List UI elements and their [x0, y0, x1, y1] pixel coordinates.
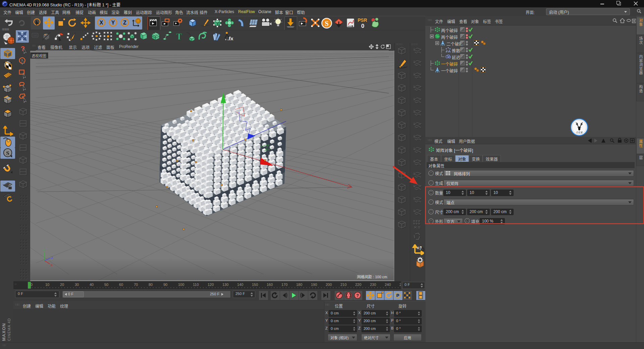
svg-text:50: 50 — [104, 283, 108, 287]
svg-text:40: 40 — [90, 283, 94, 287]
svg-text:110: 110 — [193, 283, 199, 287]
svg-text:120: 120 — [208, 283, 214, 287]
svg-text:180: 180 — [296, 283, 302, 287]
svg-text:X: X — [100, 20, 103, 26]
svg-text:70: 70 — [134, 283, 138, 287]
svg-text:170: 170 — [281, 283, 287, 287]
svg-text:240: 240 — [385, 283, 391, 287]
svg-text:10: 10 — [45, 283, 49, 287]
svg-text:100: 100 — [178, 283, 184, 287]
svg-text:90: 90 — [163, 283, 167, 287]
svg-text:20: 20 — [60, 283, 64, 287]
svg-text:190: 190 — [311, 283, 317, 287]
svg-text:30: 30 — [75, 283, 79, 287]
svg-text:200: 200 — [326, 283, 332, 287]
svg-text:150: 150 — [252, 283, 258, 287]
svg-text:PSR: PSR — [358, 17, 367, 23]
svg-text:T: T — [176, 32, 182, 42]
svg-text:60: 60 — [119, 283, 123, 287]
svg-text:160: 160 — [267, 283, 273, 287]
svg-text:210: 210 — [340, 283, 346, 287]
svg-text:130: 130 — [222, 283, 228, 287]
svg-text:140: 140 — [237, 283, 243, 287]
svg-text:Y: Y — [111, 20, 115, 26]
svg-text:100: 100 — [33, 34, 37, 37]
svg-text:220: 220 — [355, 283, 361, 287]
svg-text:S: S — [325, 20, 328, 27]
svg-text:.fx: .fx — [227, 36, 233, 41]
svg-text:行走者: 行走者 — [576, 131, 583, 134]
svg-text:P: P — [396, 293, 399, 298]
svg-text:S: S — [6, 150, 9, 156]
svg-text:?: ? — [356, 293, 359, 298]
svg-text:250: 250 — [399, 283, 401, 287]
svg-text:Y: Y — [43, 248, 45, 252]
svg-text:Z: Z — [123, 20, 126, 26]
svg-text:80: 80 — [149, 283, 153, 287]
svg-text:230: 230 — [370, 283, 376, 287]
svg-text:0: 0 — [361, 23, 364, 29]
